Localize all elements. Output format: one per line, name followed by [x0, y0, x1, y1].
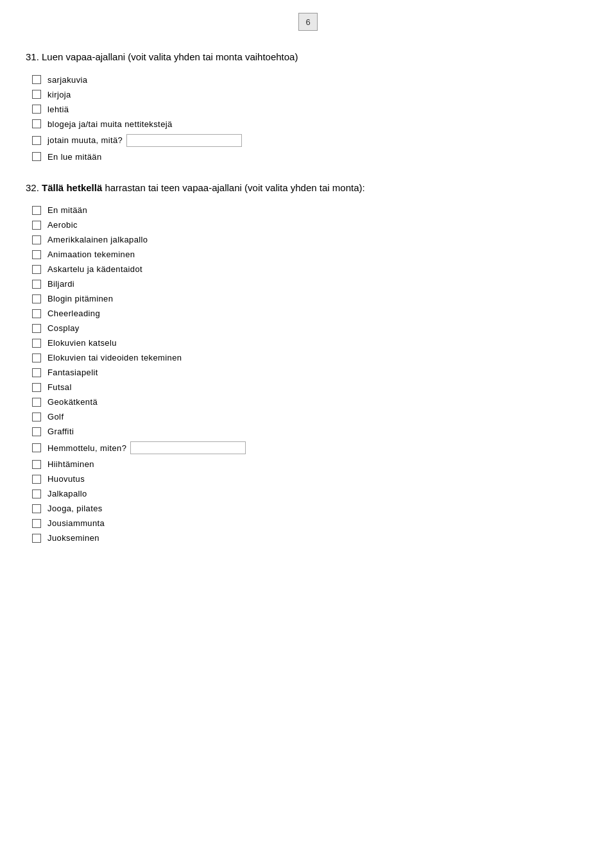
checkbox-jooga[interactable]: [32, 504, 41, 513]
page-number: 6: [298, 13, 318, 31]
checkbox-hiihtaminen[interactable]: [32, 460, 41, 469]
checkbox-blogin[interactable]: [32, 294, 41, 303]
option-label-graffiti: Graffiti: [47, 427, 74, 436]
question-32-options: En mitään Aerobic Amerikkalainen jalkapa…: [26, 205, 590, 543]
list-item: Jalkapallo: [26, 489, 590, 498]
checkbox-jalkapallo[interactable]: [32, 489, 41, 498]
checkbox-aerobic[interactable]: [32, 221, 41, 230]
checkbox-futsal[interactable]: [32, 383, 41, 392]
checkbox-hemmottelu[interactable]: [32, 443, 41, 452]
option-label-blogin: Blogin pitäminen: [47, 294, 113, 303]
list-item: Elokuvien katselu: [26, 338, 590, 348]
checkbox-amerikkalainen[interactable]: [32, 235, 41, 244]
list-item: En lue mitään: [26, 152, 590, 162]
option-label-cosplay: Cosplay: [47, 323, 80, 333]
question-32-text: harrastan tai teen vapaa-ajallani (voit …: [102, 182, 364, 193]
list-item: Cheerleading: [26, 309, 590, 318]
checkbox-sarjakuvia[interactable]: [32, 75, 41, 84]
list-item: Askartelu ja kädentaidot: [26, 264, 590, 274]
list-item: Huovutus: [26, 474, 590, 484]
option-label-geokatkenta: Geokätkentä: [47, 397, 98, 407]
list-item: Blogin pitäminen: [26, 294, 590, 303]
list-item: Juokseminen: [26, 533, 590, 543]
list-item: Geokätkentä: [26, 397, 590, 407]
option-label-juokseminen: Juokseminen: [47, 533, 99, 543]
list-item: Hiihtäminen: [26, 459, 590, 469]
checkbox-graffiti[interactable]: [32, 427, 41, 436]
option-label-jousiammunta: Jousiammunta: [47, 518, 105, 528]
option-label-lehtiä: lehtiä: [47, 105, 69, 114]
hemmottelu-input[interactable]: [130, 441, 246, 454]
option-label-golf: Golf: [47, 412, 64, 421]
option-label-enlue: En lue mitään: [47, 152, 102, 162]
question-31-number: 31.: [26, 51, 39, 62]
page-number-container: 6: [26, 13, 590, 31]
option-label-elokuvien-tekeminen: Elokuvien tai videoiden tekeminen: [47, 353, 182, 362]
option-label-hemmottelu: Hemmottelu, miten?: [47, 443, 126, 453]
checkbox-cheerleading[interactable]: [32, 309, 41, 318]
option-label-askartelu: Askartelu ja kädentaidot: [47, 264, 142, 274]
question-31-options: sarjakuvia kirjoja lehtiä blogeja ja/tai…: [26, 75, 590, 162]
checkbox-golf[interactable]: [32, 413, 41, 421]
question-32-number: 32.: [26, 182, 39, 193]
checkbox-juokseminen[interactable]: [32, 534, 41, 543]
list-item: kirjoja: [26, 90, 590, 99]
list-item: Jooga, pilates: [26, 504, 590, 513]
question-31-text: Luen vapaa-ajallani (voit valita yhden t…: [39, 51, 298, 62]
list-item: Golf: [26, 412, 590, 421]
question-32: 32. Tällä hetkellä harrastan tai teen va…: [26, 181, 590, 543]
list-item: Futsal: [26, 382, 590, 392]
list-item: Graffiti: [26, 427, 590, 436]
list-item: lehtiä: [26, 105, 590, 114]
checkbox-cosplay[interactable]: [32, 324, 41, 333]
list-item: En mitään: [26, 205, 590, 215]
question-31-title: 31. Luen vapaa-ajallani (voit valita yhd…: [26, 50, 590, 65]
list-item: Biljardi: [26, 279, 590, 289]
list-item: Cosplay: [26, 323, 590, 333]
option-label-blogeja: blogeja ja/tai muita nettitekstejä: [47, 119, 173, 129]
checkbox-kirjoja[interactable]: [32, 90, 41, 99]
option-label-en-mitaan: En mitään: [47, 205, 87, 215]
checkbox-lehtiä[interactable]: [32, 105, 41, 114]
list-item: Animaation tekeminen: [26, 250, 590, 259]
checkbox-enlue[interactable]: [32, 152, 41, 161]
option-label-huovutus: Huovutus: [47, 474, 85, 484]
checkbox-blogeja[interactable]: [32, 119, 41, 128]
option-label-jooga: Jooga, pilates: [47, 504, 103, 513]
checkbox-en-mitaan[interactable]: [32, 206, 41, 215]
option-label-sarjakuvia: sarjakuvia: [47, 75, 87, 85]
checkbox-huovutus[interactable]: [32, 475, 41, 484]
option-label-futsal: Futsal: [47, 382, 72, 392]
list-item: jotain muuta, mitä?: [26, 134, 590, 147]
question-32-title: 32. Tällä hetkellä harrastan tai teen va…: [26, 181, 590, 196]
checkbox-biljardi[interactable]: [32, 280, 41, 289]
option-label-kirjoja: kirjoja: [47, 90, 71, 99]
checkbox-fantasiapelit[interactable]: [32, 368, 41, 377]
option-label-jotain: jotain muuta, mitä?: [47, 135, 123, 145]
list-item: Elokuvien tai videoiden tekeminen: [26, 353, 590, 362]
checkbox-elokuvien-katselu[interactable]: [32, 339, 41, 348]
option-label-biljardi: Biljardi: [47, 279, 74, 289]
option-label-amerikkalainen: Amerikkalainen jalkapallo: [47, 235, 148, 244]
option-label-aerobic: Aerobic: [47, 220, 78, 230]
list-item: sarjakuvia: [26, 75, 590, 85]
list-item: Jousiammunta: [26, 518, 590, 528]
option-label-elokuvien-katselu: Elokuvien katselu: [47, 338, 117, 348]
list-item: Amerikkalainen jalkapallo: [26, 235, 590, 244]
checkbox-jotain[interactable]: [32, 136, 41, 145]
checkbox-geokatkenta[interactable]: [32, 398, 41, 407]
option-label-fantasiapelit: Fantasiapelit: [47, 368, 98, 377]
jotain-input[interactable]: [126, 134, 242, 147]
list-item: Aerobic: [26, 220, 590, 230]
option-label-animaatio: Animaation tekeminen: [47, 250, 135, 259]
checkbox-elokuvien-tekeminen[interactable]: [32, 353, 41, 362]
list-item: Hemmottelu, miten?: [26, 441, 590, 454]
question-32-keyword: Tällä hetkellä: [42, 182, 102, 193]
checkbox-animaatio[interactable]: [32, 250, 41, 259]
option-label-jalkapallo: Jalkapallo: [47, 489, 87, 498]
checkbox-jousiammunta[interactable]: [32, 519, 41, 528]
checkbox-askartelu[interactable]: [32, 265, 41, 274]
list-item: Fantasiapelit: [26, 368, 590, 377]
list-item: blogeja ja/tai muita nettitekstejä: [26, 119, 590, 129]
question-31: 31. Luen vapaa-ajallani (voit valita yhd…: [26, 50, 590, 162]
